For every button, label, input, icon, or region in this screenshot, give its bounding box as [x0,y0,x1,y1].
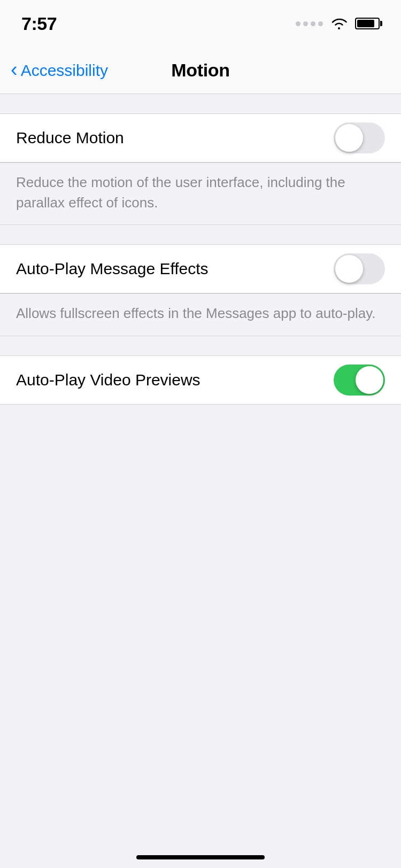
section-spacer-1 [0,94,401,113]
auto-play-message-row: Auto-Play Message Effects [0,245,401,293]
auto-play-video-row: Auto-Play Video Previews [0,356,401,404]
toggle-knob [356,366,383,394]
nav-bar: ‹ Accessibility Motion [0,47,401,94]
reduce-motion-label: Reduce Motion [16,129,124,147]
auto-play-video-toggle[interactable] [334,365,385,396]
battery-icon [355,18,380,29]
auto-play-message-toggle[interactable] [334,253,385,284]
section-spacer-3 [0,336,401,355]
home-indicator [136,855,265,859]
reduce-motion-toggle[interactable] [334,122,385,153]
reduce-motion-description: Reduce the motion of the user interface,… [0,162,401,225]
back-chevron-icon: ‹ [11,59,18,80]
toggle-knob [335,124,363,152]
toggle-knob [335,255,363,283]
bottom-background [0,405,401,832]
reduce-motion-row: Reduce Motion [0,114,401,162]
auto-play-message-group: Auto-Play Message Effects [0,244,401,293]
status-bar: 7:57 [0,0,401,47]
page-content: Reduce Motion Reduce the motion of the u… [0,94,401,868]
auto-play-video-label: Auto-Play Video Previews [16,371,200,389]
status-icons [296,17,380,30]
auto-play-message-description-text: Allows fullscreen effects in the Message… [16,305,376,321]
wifi-icon [330,17,348,30]
signal-icon [296,21,323,26]
reduce-motion-group: Reduce Motion [0,113,401,162]
auto-play-video-group: Auto-Play Video Previews [0,355,401,405]
reduce-motion-description-text: Reduce the motion of the user interface,… [16,174,345,211]
page-title: Motion [171,60,230,81]
back-label: Accessibility [21,61,108,80]
status-time: 7:57 [21,13,57,34]
section-spacer-2 [0,225,401,244]
auto-play-message-description: Allows fullscreen effects in the Message… [0,293,401,336]
back-button[interactable]: ‹ Accessibility [11,61,108,80]
auto-play-message-label: Auto-Play Message Effects [16,260,209,278]
